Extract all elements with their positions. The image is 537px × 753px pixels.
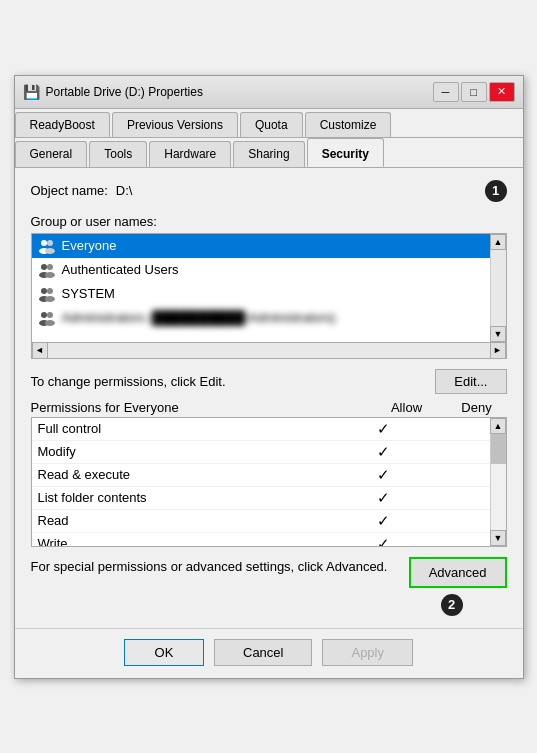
title-bar: 💾 Portable Drive (D:) Properties ─ □ ✕ <box>15 76 523 109</box>
svg-point-3 <box>45 248 55 254</box>
change-permissions-text: To change permissions, click Edit. <box>31 374 226 389</box>
svg-point-8 <box>41 288 47 294</box>
perm-row-fullcontrol: Full control ✓ <box>32 418 490 441</box>
change-permissions-row: To change permissions, click Edit. Edit.… <box>31 369 507 394</box>
perm-scroll-down[interactable]: ▼ <box>490 530 506 546</box>
user-item-administrators[interactable]: Administrators (██████████\Administrator… <box>32 306 490 330</box>
svg-point-7 <box>45 272 55 278</box>
tab-hardware[interactable]: Hardware <box>149 141 231 167</box>
user-list-hscrollbar[interactable]: ◄ ► <box>31 343 507 359</box>
object-name-label: Object name: <box>31 183 108 198</box>
scroll-track <box>491 250 506 326</box>
perm-name-readexecute: Read & execute <box>38 467 344 482</box>
perm-allow-write: ✓ <box>344 535 424 546</box>
user-item-everyone[interactable]: Everyone <box>32 234 490 258</box>
perm-row-listfolder: List folder contents ✓ <box>32 487 490 510</box>
perm-name-write: Write <box>38 536 344 546</box>
deny-column-header: Deny <box>447 400 507 415</box>
properties-window: 💾 Portable Drive (D:) Properties ─ □ ✕ R… <box>14 75 524 679</box>
svg-point-9 <box>47 288 53 294</box>
step2-badge: 2 <box>441 594 463 616</box>
tabs-row-top: ReadyBoost Previous Versions Quota Custo… <box>15 109 523 137</box>
step1-badge: 1 <box>485 180 507 202</box>
perm-name-listfolder: List folder contents <box>38 490 344 505</box>
perm-allow-listfolder: ✓ <box>344 489 424 507</box>
user-list-container: Everyone Authenticated Users <box>31 233 507 343</box>
group-label: Group or user names: <box>31 214 507 229</box>
tab-quota[interactable]: Quota <box>240 112 303 137</box>
perm-row-read: Read ✓ <box>32 510 490 533</box>
perm-allow-modify: ✓ <box>344 443 424 461</box>
apply-button[interactable]: Apply <box>322 639 413 666</box>
allow-column-header: Allow <box>367 400 447 415</box>
tab-security[interactable]: Security <box>307 138 384 167</box>
perm-name-read: Read <box>38 513 344 528</box>
ok-button[interactable]: OK <box>124 639 204 666</box>
tab-customize[interactable]: Customize <box>305 112 392 137</box>
perm-row-write: Write ✓ <box>32 533 490 546</box>
close-button[interactable]: ✕ <box>489 82 515 102</box>
permissions-list[interactable]: Full control ✓ Modify ✓ Read & execute ✓… <box>32 418 506 546</box>
object-name-row: Object name: D:\ 1 <box>31 180 507 202</box>
svg-point-12 <box>41 312 47 318</box>
object-name-value: D:\ <box>116 183 133 198</box>
perm-allow-readexecute: ✓ <box>344 466 424 484</box>
perm-name-fullcontrol: Full control <box>38 421 344 436</box>
svg-point-11 <box>45 296 55 302</box>
title-bar-controls: ─ □ ✕ <box>433 82 515 102</box>
bottom-buttons: OK Cancel Apply <box>15 628 523 678</box>
scroll-down-arrow[interactable]: ▼ <box>490 326 506 342</box>
tab-general[interactable]: General <box>15 141 88 167</box>
perm-allow-read: ✓ <box>344 512 424 530</box>
user-item-authenticated[interactable]: Authenticated Users <box>32 258 490 282</box>
user-name-authenticated: Authenticated Users <box>62 262 179 277</box>
maximize-button[interactable]: □ <box>461 82 487 102</box>
title-bar-left: 💾 Portable Drive (D:) Properties <box>23 84 203 100</box>
user-name-system: SYSTEM <box>62 286 115 301</box>
cancel-button[interactable]: Cancel <box>214 639 312 666</box>
svg-point-4 <box>41 264 47 270</box>
user-item-system[interactable]: SYSTEM <box>32 282 490 306</box>
perm-row-modify: Modify ✓ <box>32 441 490 464</box>
edit-button[interactable]: Edit... <box>435 369 506 394</box>
user-group-icon-auth <box>38 261 56 279</box>
user-list-scrollbar[interactable]: ▲ ▼ <box>490 234 506 342</box>
tab-sharing[interactable]: Sharing <box>233 141 304 167</box>
advanced-button[interactable]: Advanced <box>409 557 507 588</box>
user-list[interactable]: Everyone Authenticated Users <box>32 234 506 342</box>
minimize-button[interactable]: ─ <box>433 82 459 102</box>
svg-point-1 <box>47 240 53 246</box>
hscroll-left[interactable]: ◄ <box>32 342 48 358</box>
user-group-icon <box>38 237 56 255</box>
special-text: For special permissions or advanced sett… <box>31 557 393 577</box>
perm-row-readexecute: Read & execute ✓ <box>32 464 490 487</box>
svg-point-15 <box>45 320 55 326</box>
user-name-everyone: Everyone <box>62 238 117 253</box>
user-group-icon-admin <box>38 309 56 327</box>
tab-tools[interactable]: Tools <box>89 141 147 167</box>
hscroll-track <box>48 343 490 358</box>
svg-point-0 <box>41 240 47 246</box>
security-tab-content: Object name: D:\ 1 Group or user names: … <box>15 168 523 628</box>
scroll-up-arrow[interactable]: ▲ <box>490 234 506 250</box>
hscroll-right[interactable]: ► <box>490 342 506 358</box>
tab-previous-versions[interactable]: Previous Versions <box>112 112 238 137</box>
perm-name-modify: Modify <box>38 444 344 459</box>
window-icon: 💾 <box>23 84 40 100</box>
perm-scroll-up[interactable]: ▲ <box>490 418 506 434</box>
svg-point-5 <box>47 264 53 270</box>
perm-allow-fullcontrol: ✓ <box>344 420 424 438</box>
svg-point-13 <box>47 312 53 318</box>
window-title: Portable Drive (D:) Properties <box>46 85 203 99</box>
tabs-row-bottom: General Tools Hardware Sharing Security <box>15 138 523 168</box>
permissions-header: Permissions for Everyone Allow Deny <box>31 400 507 415</box>
tab-readyboost[interactable]: ReadyBoost <box>15 112 110 137</box>
user-group-icon-system <box>38 285 56 303</box>
permissions-scrollbar[interactable]: ▲ ▼ <box>490 418 506 546</box>
perm-scroll-track <box>491 434 506 464</box>
advanced-section: Advanced 2 <box>393 557 507 616</box>
special-permissions-row: For special permissions or advanced sett… <box>31 557 507 616</box>
permissions-list-container: Full control ✓ Modify ✓ Read & execute ✓… <box>31 417 507 547</box>
user-name-administrators: Administrators (██████████\Administrator… <box>62 310 336 325</box>
permissions-title: Permissions for Everyone <box>31 400 367 415</box>
